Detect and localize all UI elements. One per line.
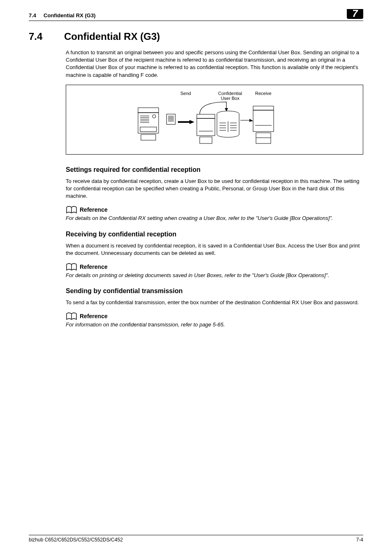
header-left: 7.4 Confidential RX (G3) bbox=[29, 12, 95, 18]
svg-rect-27 bbox=[256, 133, 271, 143]
chapter-number: 7 bbox=[352, 8, 357, 19]
receiving-body: When a document is received by confident… bbox=[66, 242, 363, 257]
svg-rect-0 bbox=[138, 108, 159, 113]
receive-arrow-icon bbox=[240, 120, 252, 120]
reference-book-icon bbox=[66, 312, 77, 320]
reference-book-icon bbox=[66, 263, 77, 271]
page-header: 7.4 Confidential RX (G3) 7 bbox=[29, 12, 363, 21]
arrowhead-icon bbox=[249, 119, 252, 122]
figure-send-label: Send bbox=[180, 91, 191, 96]
section-title: Confidential RX (G3) bbox=[64, 31, 160, 42]
reference-label-1: Reference bbox=[80, 206, 108, 213]
send-arrow-icon bbox=[178, 120, 194, 124]
own-machine-icon bbox=[196, 113, 216, 146]
svg-rect-2 bbox=[141, 134, 156, 140]
receiving-heading: Receiving by confidential reception bbox=[66, 231, 363, 238]
chapter-tab: 7 bbox=[347, 9, 363, 19]
svg-rect-25 bbox=[253, 106, 274, 110]
svg-rect-11 bbox=[197, 118, 215, 136]
sender-machine-icon bbox=[136, 106, 161, 143]
settings-heading: Settings required for confidential recep… bbox=[66, 166, 363, 173]
intro-paragraph: A function to transmit an original betwe… bbox=[66, 49, 363, 79]
content-column: A function to transmit an original betwe… bbox=[66, 49, 363, 328]
svg-point-8 bbox=[152, 115, 156, 118]
section-heading-row: 7.4 Confidential RX (G3) bbox=[29, 31, 363, 42]
svg-marker-24 bbox=[225, 108, 228, 111]
section-number: 7.4 bbox=[29, 31, 53, 42]
figure-receive-label: Receive bbox=[255, 91, 272, 96]
reference-row-2: Reference bbox=[66, 263, 363, 271]
reference-book-icon bbox=[66, 206, 77, 214]
reference-label-2: Reference bbox=[80, 264, 108, 270]
svg-rect-12 bbox=[200, 137, 212, 143]
page-footer: bizhub C652/C652DS/C552/C552DS/C452 7-4 bbox=[29, 535, 363, 543]
reference-label-3: Reference bbox=[80, 313, 108, 319]
footer-model: bizhub C652/C652DS/C552/C552DS/C452 bbox=[29, 537, 123, 543]
settings-body: To receive data by confidential receptio… bbox=[66, 178, 363, 200]
receiver-machine-icon bbox=[251, 105, 276, 146]
reference-row-1: Reference bbox=[66, 206, 363, 214]
store-arrow-icon bbox=[198, 100, 235, 118]
svg-rect-9 bbox=[140, 127, 157, 132]
header-section-title: Confidential RX (G3) bbox=[44, 12, 95, 18]
document-icon bbox=[166, 114, 175, 125]
svg-rect-26 bbox=[253, 110, 274, 132]
reference-row-3: Reference bbox=[66, 312, 363, 320]
header-section-num: 7.4 bbox=[29, 12, 36, 18]
sending-body: To send a fax by confidential transmissi… bbox=[66, 299, 363, 306]
sending-heading: Sending by confidential transmission bbox=[66, 287, 363, 295]
reference-text-2: For details on printing or deleting docu… bbox=[66, 272, 363, 279]
diagram-figure: Send Confidential User Box Receive bbox=[66, 85, 363, 155]
figure-box-label: Confidential User Box bbox=[218, 91, 242, 101]
reference-text-1: For details on the Confidential RX setti… bbox=[66, 215, 363, 222]
reference-text-3: For information on the confidential tran… bbox=[66, 321, 363, 328]
footer-page: 7-4 bbox=[356, 537, 363, 543]
